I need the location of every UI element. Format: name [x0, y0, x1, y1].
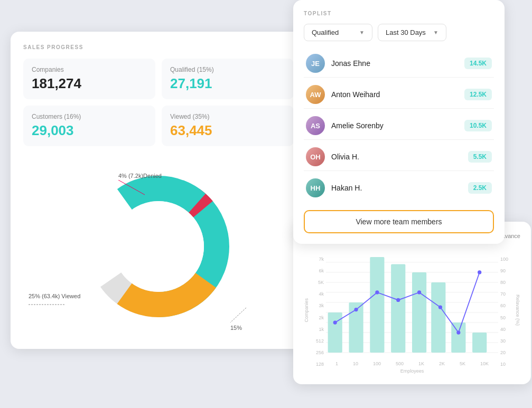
y-axis-left-container: Companies 7k 6k 5K 4k 3k 2k 1k 512 256 1… [304, 247, 326, 374]
svg-point-29 [375, 290, 379, 294]
svg-rect-21 [370, 257, 384, 353]
list-item: AS Amelie Sorenby 10.5K [304, 112, 494, 140]
svg-line-2 [230, 308, 246, 322]
list-item: JE Jonas Ehne 14.5K [304, 50, 494, 78]
donut-label-denied: 4% (7.2k)Denied [118, 173, 162, 196]
stat-qualified: Qualified (15%) 27,191 [162, 59, 294, 99]
donut-label-15: 15% [230, 308, 262, 331]
avatar: JE [306, 54, 325, 73]
team-list: JE Jonas Ehne 14.5K AW Anton Weihard 12.… [304, 50, 494, 202]
member-score: 5.5K [468, 151, 492, 163]
x-label: 10 [353, 361, 358, 366]
svg-point-30 [396, 298, 400, 302]
stat-viewed-value: 63,445 [170, 122, 285, 139]
chevron-down-icon: ▼ [433, 30, 438, 35]
stat-companies: Companies 181,274 [23, 59, 155, 99]
view-more-button[interactable]: View more team members [304, 210, 494, 233]
avatar: HH [306, 178, 325, 197]
list-item: HH Hakan H. 2.5K [304, 174, 494, 202]
employees-distribution-card: EMPLOYEES DISTRIBUTION i Companies Relav… [293, 222, 531, 384]
member-name: Olivia H. [331, 153, 468, 161]
x-axis-labels: 1 10 100 500 1K 2K 5K 10K [326, 361, 498, 366]
stat-companies-value: 181,274 [32, 75, 147, 92]
chart-wrapper: Companies 7k 6k 5K 4k 3k 2k 1k 512 256 1… [304, 247, 520, 374]
sales-progress-card: SALES PROGRESS Companies 181,274 Qualifi… [11, 32, 306, 349]
donut-label-viewed: 25% (63.4k) Viewed [29, 293, 80, 310]
x-label: 2K [439, 361, 445, 366]
list-item: OH Olivia H. 5.5K [304, 143, 494, 171]
stat-qualified-value: 27,191 [170, 75, 285, 92]
svg-rect-23 [412, 272, 426, 353]
stat-qualified-label: Qualified (15%) [170, 66, 285, 73]
y-axis-left: 7k 6k 5K 4k 3k 2k 1k 512 256 128 [310, 257, 326, 367]
member-score: 12.5K [464, 89, 492, 100]
svg-rect-24 [431, 282, 445, 353]
stat-customers-value: 29,003 [32, 122, 147, 139]
svg-rect-26 [472, 333, 487, 353]
stats-grid: Companies 181,274 Qualified (15%) 27,191… [23, 59, 294, 146]
filter-qualified-label: Qualified [312, 29, 339, 36]
svg-rect-25 [451, 322, 465, 353]
x-label: 500 [396, 361, 404, 366]
svg-point-8 [113, 201, 204, 292]
svg-point-34 [478, 270, 481, 274]
member-score: 10.5K [464, 120, 492, 131]
x-label: 5K [460, 361, 465, 366]
member-name: Anton Weihard [331, 90, 464, 99]
bar-chart-svg [326, 247, 498, 358]
stat-viewed: Viewed (35%) 63,445 [162, 106, 294, 146]
svg-point-33 [456, 330, 460, 334]
list-item: AW Anton Weihard 12.5K [304, 81, 494, 109]
x-label: 1 [335, 361, 338, 366]
filter-qualified[interactable]: Qualified ▼ [304, 24, 372, 41]
y-axis-right-label: Relavance (%) [515, 295, 520, 326]
filter-days-label: Last 30 Days [386, 29, 426, 36]
x-label: 1K [418, 361, 424, 366]
y-axis-right: 100 90 80 70 60 50 40 30 20 10 [498, 257, 514, 367]
toplist-title: TOPLIST [304, 11, 494, 16]
donut-chart-area: 4% (7.2k)Denied 25% (63.4k) Viewed 15% [23, 157, 294, 336]
x-axis-title: Employees [326, 368, 498, 374]
stat-companies-label: Companies [32, 66, 147, 73]
x-label: 100 [373, 361, 381, 366]
avatar: AS [306, 116, 325, 135]
svg-rect-22 [391, 264, 405, 353]
stat-viewed-label: Viewed (35%) [170, 113, 285, 120]
svg-rect-19 [328, 312, 342, 353]
svg-point-31 [417, 290, 421, 294]
y-axis-right-container: 100 90 80 70 60 50 40 30 20 10 Relavance… [498, 247, 520, 374]
sales-progress-title: SALES PROGRESS [23, 44, 294, 50]
toplist-card: TOPLIST Qualified ▼ Last 30 Days ▼ JE Jo… [293, 0, 505, 244]
stat-customers: Customers (16%) 29,003 [23, 106, 155, 146]
toplist-filters: Qualified ▼ Last 30 Days ▼ [304, 24, 494, 41]
x-label: 10K [480, 361, 489, 366]
avatar: OH [306, 147, 325, 166]
member-name: Jonas Ehne [331, 59, 464, 68]
svg-point-27 [333, 320, 337, 324]
stat-customers-label: Customers (16%) [32, 113, 147, 120]
svg-point-32 [438, 305, 442, 309]
svg-point-28 [354, 308, 358, 311]
member-score: 2.5K [468, 182, 492, 194]
member-score: 14.5K [464, 58, 492, 69]
member-name: Amelie Sorenby [331, 121, 464, 130]
chart-inner: 1 10 100 500 1K 2K 5K 10K Employees [326, 247, 498, 374]
y-axis-left-label: Companies [304, 298, 309, 322]
chevron-down-icon: ▼ [359, 30, 365, 35]
svg-line-0 [118, 180, 145, 195]
member-name: Hakan H. [331, 184, 468, 192]
avatar: AW [306, 85, 325, 104]
filter-days[interactable]: Last 30 Days ▼ [378, 24, 446, 41]
